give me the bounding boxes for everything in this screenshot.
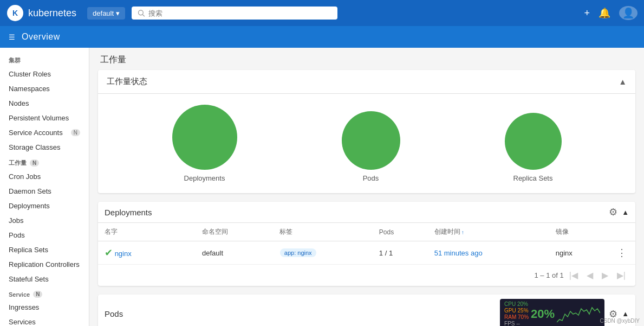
svg-text:K: K xyxy=(12,9,18,17)
sidebar-label-deployments: Deployments xyxy=(9,202,50,210)
table-row: ✔ nginx default app: nginx 1 / 1 51 minu… xyxy=(98,241,635,265)
cluster-section-label: 集群 xyxy=(0,52,89,67)
layout: 集群 Cluster Roles Namespaces Nodes Persis… xyxy=(0,48,644,326)
deployment-created-link[interactable]: 51 minutes ago xyxy=(434,249,483,257)
sidebar-item-services[interactable]: Services xyxy=(0,315,89,326)
fps-stat: FPS -- xyxy=(504,321,529,326)
sidebar-item-replication-controllers[interactable]: Replication Controllers xyxy=(0,257,89,272)
th-image: 镜像 xyxy=(549,223,608,241)
namespace-selector[interactable]: default ▾ xyxy=(87,7,125,20)
logo: K kubernetes xyxy=(6,4,76,22)
sidebar-label-service-accounts: Service Accounts xyxy=(9,129,63,137)
sidebar-item-nodes[interactable]: Nodes xyxy=(0,96,89,111)
sidebar-item-cron-jobs[interactable]: Cron Jobs xyxy=(0,169,89,184)
sidebar-label-nodes: Nodes xyxy=(9,99,29,107)
th-name: 名字 xyxy=(98,223,196,241)
sidebar-label-stateful-sets: Stateful Sets xyxy=(9,275,49,283)
workload-badge: N xyxy=(30,159,39,167)
topbar: K kubernetes default ▾ + 🔔 👤 xyxy=(0,0,644,26)
th-created: 创建时间 xyxy=(428,223,549,241)
deployment-labels: app: nginx xyxy=(273,241,373,265)
sidebar-item-service-accounts[interactable]: Service Accounts N xyxy=(0,125,89,140)
gpu-stat: GPU 25% xyxy=(504,308,529,314)
page-title: Overview xyxy=(22,32,60,42)
pods-collapse-icon[interactable]: ▲ xyxy=(622,310,629,318)
deployments-pagination-info: 1 – 1 of 1 xyxy=(534,271,563,279)
filter-icon[interactable]: ⚙ xyxy=(609,206,617,218)
sidebar-item-stateful-sets[interactable]: Stateful Sets xyxy=(0,272,89,286)
fps-value: FPS -- xyxy=(504,321,520,326)
th-labels: 标签 xyxy=(273,223,373,241)
sidebar: 集群 Cluster Roles Namespaces Nodes Persis… xyxy=(0,48,89,326)
sidebar-label-jobs: Jobs xyxy=(9,216,23,225)
sidebar-label-replication-controllers: Replication Controllers xyxy=(9,260,80,269)
notification-bell-icon[interactable]: 🔔 xyxy=(599,7,610,19)
ram-stat: RAM 70% xyxy=(504,314,529,320)
deployments-collapse-icon[interactable]: ▲ xyxy=(622,208,629,216)
deployments-circle-label: Deployments xyxy=(184,174,225,182)
namespace-value: default xyxy=(93,9,114,17)
sidebar-item-namespaces[interactable]: Namespaces xyxy=(0,81,89,96)
search-input[interactable] xyxy=(148,9,332,17)
sidebar-label-namespaces: Namespaces xyxy=(9,85,50,93)
sidebar-item-jobs[interactable]: Jobs xyxy=(0,213,89,228)
pods-circle-label: Pods xyxy=(363,174,379,182)
deployment-namespace: default xyxy=(196,241,273,265)
deployments-pagination: 1 – 1 of 1 |◀ ◀ ▶ ▶| xyxy=(98,264,635,286)
sidebar-item-ingresses[interactable]: Ingresses xyxy=(0,300,89,315)
navbar: ☰ Overview xyxy=(0,26,644,48)
sidebar-item-persistent-volumes[interactable]: Persistent Volumes xyxy=(0,111,89,125)
sidebar-label-services: Services xyxy=(9,318,36,326)
th-actions xyxy=(608,223,635,241)
add-button[interactable]: + xyxy=(584,8,590,19)
deployment-name-link[interactable]: nginx xyxy=(115,250,132,258)
pagination-next-button[interactable]: ▶ xyxy=(599,269,612,282)
search-icon xyxy=(137,9,145,17)
deployments-title: Deployments xyxy=(105,208,609,217)
sidebar-label-cron-jobs: Cron Jobs xyxy=(9,172,41,181)
sidebar-item-daemon-sets[interactable]: Daemon Sets xyxy=(0,184,89,199)
deployment-more-button[interactable]: ⋮ xyxy=(615,246,629,260)
deployment-status-cell: ✔ nginx xyxy=(98,241,196,265)
workload-status-body: Deployments Pods Replica Sets xyxy=(98,94,635,193)
sidebar-item-pods[interactable]: Pods xyxy=(0,228,89,242)
sidebar-item-storage-classes[interactable]: Storage Classes xyxy=(0,140,89,155)
topbar-actions: + 🔔 👤 xyxy=(584,6,638,20)
replica-sets-circle xyxy=(505,113,562,170)
gpu-value: GPU 25% xyxy=(504,308,528,314)
user-avatar-icon[interactable]: 👤 xyxy=(619,6,638,20)
sidebar-label-pods: Pods xyxy=(9,231,25,239)
th-namespace: 命名空间 xyxy=(196,223,273,241)
cpu-monitor-widget: CPU 20% GPU 25% RAM 70% FPS -- 20% 100 xyxy=(500,299,604,326)
ram-value: RAM 70% xyxy=(504,314,529,320)
pagination-last-button[interactable]: ▶| xyxy=(614,269,629,282)
cpu-stats: CPU 20% GPU 25% RAM 70% FPS -- xyxy=(504,301,529,326)
deployments-card: Deployments ⚙ ▲ 名字 命名空间 标签 Pods 创建时间 镜像 xyxy=(98,202,635,286)
sidebar-item-deployments[interactable]: Deployments xyxy=(0,199,89,213)
sort-asc-icon xyxy=(461,228,464,236)
sidebar-label-ingresses: Ingresses xyxy=(9,303,39,311)
pods-card: Pods CPU 20% GPU 25% RAM 70% FPS -- 20% … xyxy=(98,295,635,326)
pagination-first-button[interactable]: |◀ xyxy=(566,269,581,282)
workload-section-label: 工作量 N xyxy=(0,155,89,169)
status-ok-icon: ✔ xyxy=(105,247,113,258)
sidebar-label-daemon-sets: Daemon Sets xyxy=(9,187,51,195)
pagination-prev-button[interactable]: ◀ xyxy=(583,269,596,282)
deployments-circle xyxy=(172,105,237,170)
workload-status-collapse-icon[interactable]: ▲ xyxy=(619,77,627,86)
deployment-created: 51 minutes ago xyxy=(428,241,549,265)
cpu-sparkline-chart xyxy=(557,303,600,325)
sidebar-item-cluster-roles[interactable]: Cluster Roles xyxy=(0,67,89,81)
menu-icon[interactable]: ☰ xyxy=(9,33,15,41)
logo-text: kubernetes xyxy=(28,8,76,19)
deployments-circle-item: Deployments xyxy=(172,105,237,182)
sidebar-item-replica-sets[interactable]: Replica Sets xyxy=(0,242,89,257)
sidebar-label-storage-classes: Storage Classes xyxy=(9,143,60,151)
pods-circle xyxy=(342,111,400,170)
search-bar xyxy=(132,7,337,20)
chevron-down-icon: ▾ xyxy=(116,9,120,17)
replica-sets-circle-label: Replica Sets xyxy=(513,174,553,182)
main-content: 工作量 工作量状态 ▲ Deployments Pods Replica Set… xyxy=(89,48,644,326)
th-pods: Pods xyxy=(373,223,428,241)
sidebar-label-cluster-roles: Cluster Roles xyxy=(9,70,51,78)
